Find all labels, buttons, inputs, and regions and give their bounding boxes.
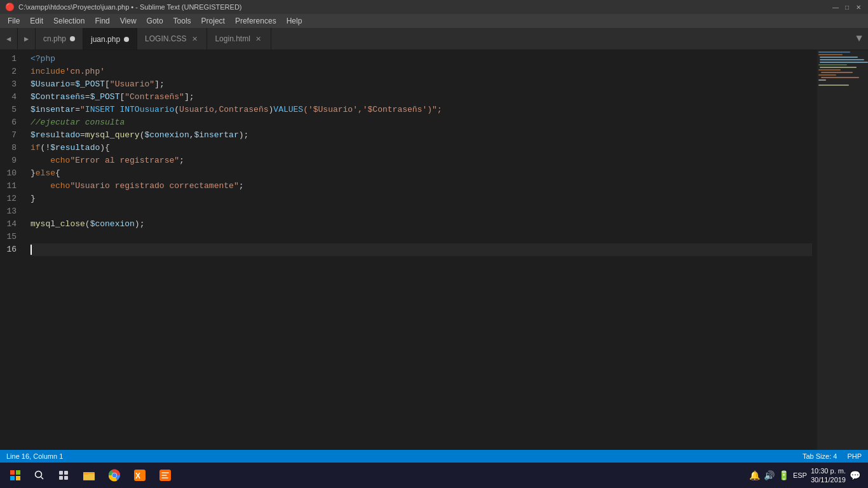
svg-rect-13 <box>10 470 15 475</box>
tab-label: cn.php <box>43 34 66 43</box>
minimap-canvas <box>817 50 868 126</box>
tab-prev-button[interactable]: ◀ <box>0 28 18 50</box>
close-button[interactable]: ✕ <box>854 3 863 11</box>
code-line-5: $insentar = "INSERT INTO usuario(Usuario… <box>31 104 812 116</box>
svg-rect-8 <box>821 72 853 73</box>
chrome-icon[interactable] <box>102 463 127 488</box>
xampp-icon[interactable]: X <box>127 463 153 488</box>
code-line-12: } <box>31 193 812 205</box>
tab-close-button[interactable]: ✕ <box>190 34 199 43</box>
line-numbers: 12345678910111213141516 <box>0 50 25 450</box>
line-number-8: 8 <box>0 142 22 154</box>
svg-rect-12 <box>818 85 849 86</box>
window-title: C:\xampp\htdocs\Proyecto\juan.php • - Su… <box>18 3 242 11</box>
svg-rect-3 <box>820 59 864 60</box>
line-number-9: 9 <box>0 154 22 167</box>
code-line-1: <?php <box>31 53 812 65</box>
svg-rect-14 <box>16 470 20 475</box>
start-button[interactable] <box>3 463 28 488</box>
language-indicator[interactable]: PHP <box>847 452 862 460</box>
code-area[interactable]: <?phpinclude 'cn.php'$Usuario = $_POST["… <box>25 50 817 450</box>
menu-item-goto[interactable]: Goto <box>142 15 168 27</box>
line-number-1: 1 <box>0 53 22 65</box>
line-number-3: 3 <box>0 78 22 91</box>
tab-LOGIN-CSS[interactable]: LOGIN.CSS✕ <box>137 28 207 50</box>
menu-bar: FileEditSelectionFindViewGotoToolsProjec… <box>0 14 868 28</box>
clock-date: 30/11/2019 <box>811 475 846 484</box>
title-bar: 🔴 C:\xampp\htdocs\Proyecto\juan.php • - … <box>0 0 868 14</box>
status-left: Line 16, Column 1 <box>6 452 63 460</box>
title-bar-controls[interactable]: — □ ✕ <box>831 3 863 11</box>
line-number-13: 13 <box>0 205 22 218</box>
status-bar: Line 16, Column 1 Tab Size: 4 PHP <box>0 450 868 463</box>
svg-point-17 <box>36 471 42 478</box>
code-line-3: $Usuario = $_POST["Usuario"]; <box>31 78 812 91</box>
line-number-11: 11 <box>0 180 22 193</box>
code-line-15 <box>31 231 812 243</box>
menu-item-find[interactable]: Find <box>90 15 114 27</box>
battery-icon[interactable]: 🔋 <box>778 470 789 481</box>
tab-bar: ◀ ▶ cn.phpjuan.phpLOGIN.CSS✕Login.html✕▼ <box>0 28 868 50</box>
line-col-indicator[interactable]: Line 16, Column 1 <box>6 452 63 460</box>
file-explorer-icon[interactable] <box>76 463 102 488</box>
svg-line-18 <box>41 477 44 480</box>
line-number-2: 2 <box>0 65 22 78</box>
menu-item-project[interactable]: Project <box>196 15 230 27</box>
search-button[interactable] <box>28 464 51 487</box>
line-number-4: 4 <box>0 91 22 104</box>
tab-close-button[interactable]: ✕ <box>254 34 263 43</box>
app-icon: 🔴 <box>5 3 15 11</box>
sublime-text-icon[interactable] <box>153 463 178 488</box>
svg-point-29 <box>112 473 117 478</box>
svg-rect-6 <box>820 67 857 68</box>
svg-rect-21 <box>59 476 63 480</box>
minimize-button[interactable]: — <box>831 3 840 11</box>
tab-list-button[interactable]: ▼ <box>850 28 868 50</box>
tab-next-button[interactable]: ▶ <box>18 28 36 50</box>
svg-rect-16 <box>16 476 20 480</box>
taskview-button[interactable] <box>51 463 76 488</box>
menu-item-tools[interactable]: Tools <box>168 15 196 27</box>
svg-rect-2 <box>820 57 858 58</box>
svg-rect-5 <box>818 64 847 65</box>
maximize-button[interactable]: □ <box>843 3 851 11</box>
line-number-12: 12 <box>0 193 22 205</box>
code-line-14: mysql_close($conexion); <box>31 218 812 231</box>
taskbar-tray: 🔔 🔊 🔋 ESP 10:30 p. m. 30/11/2019 💬 <box>749 466 865 484</box>
menu-item-edit[interactable]: Edit <box>25 15 48 27</box>
notification-icon[interactable]: 💬 <box>850 470 860 481</box>
tab-modified-dot <box>70 36 75 41</box>
menu-item-file[interactable]: File <box>3 15 25 27</box>
code-line-13 <box>31 205 812 218</box>
network-icon[interactable]: 🔔 <box>749 470 760 481</box>
tab-size-indicator[interactable]: Tab Size: 4 <box>803 452 837 460</box>
tab-label: Login.html <box>215 34 250 43</box>
code-line-6: //ejecutar consulta <box>31 116 812 129</box>
language-indicator[interactable]: ESP <box>793 471 807 479</box>
status-right: Tab Size: 4 PHP <box>803 452 862 460</box>
svg-rect-19 <box>59 471 63 475</box>
line-number-10: 10 <box>0 167 22 180</box>
volume-icon[interactable]: 🔊 <box>764 470 775 481</box>
menu-item-preferences[interactable]: Preferences <box>230 15 281 27</box>
minimap <box>817 50 868 450</box>
taskbar: X 🔔 🔊 🔋 ESP 10:30 p. m. 30/11/2019 💬 <box>0 463 868 488</box>
tab-Login-html[interactable]: Login.html✕ <box>207 28 271 50</box>
menu-item-view[interactable]: View <box>115 15 142 27</box>
svg-rect-11 <box>818 79 826 81</box>
taskbar-clock[interactable]: 10:30 p. m. 30/11/2019 <box>811 466 846 484</box>
svg-rect-1 <box>818 54 843 55</box>
title-bar-left: 🔴 C:\xampp\htdocs\Proyecto\juan.php • - … <box>5 3 242 11</box>
line-number-7: 7 <box>0 129 22 142</box>
clock-time: 10:30 p. m. <box>811 466 846 475</box>
code-line-16 <box>31 243 812 256</box>
svg-rect-4 <box>820 62 868 63</box>
tab-label: LOGIN.CSS <box>145 34 186 43</box>
menu-item-selection[interactable]: Selection <box>48 15 90 27</box>
line-number-14: 14 <box>0 218 22 231</box>
menu-item-help[interactable]: Help <box>281 15 308 27</box>
code-line-4: $Contraseñs = $_POST["Contraseñs"]; <box>31 91 812 104</box>
tab-cn-php[interactable]: cn.php <box>36 28 83 50</box>
tab-juan-php[interactable]: juan.php <box>83 28 137 50</box>
code-line-7: $resultado = mysql_query($conexion,$inse… <box>31 129 812 142</box>
